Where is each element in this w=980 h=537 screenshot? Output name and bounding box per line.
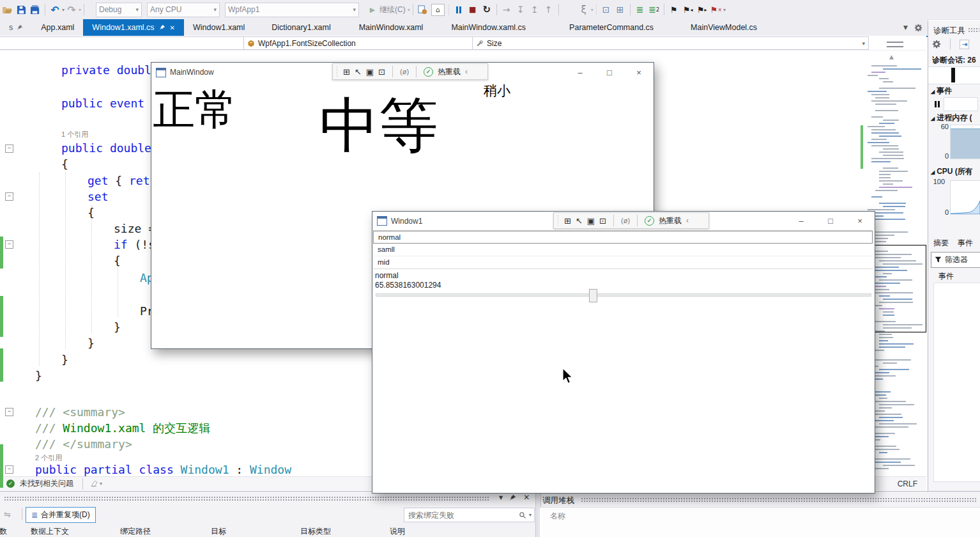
memory-max-label: 60 bbox=[933, 123, 949, 130]
gear-icon[interactable] bbox=[932, 40, 941, 49]
goto-live-visual-tree-icon[interactable]: ⊞ bbox=[343, 67, 350, 77]
chevron-down-icon[interactable]: ▾ bbox=[529, 512, 532, 518]
column-header-target[interactable]: 目标 bbox=[211, 526, 226, 537]
cpu-min-label: 0 bbox=[933, 208, 949, 216]
slider-track[interactable] bbox=[376, 293, 871, 297]
close-icon[interactable]: ✕ bbox=[523, 493, 530, 502]
merge-icon: ≣ bbox=[31, 511, 38, 520]
merge-duplicates-button[interactable]: ≣ 合并重复项(D) bbox=[26, 507, 96, 523]
panel-grip bbox=[4, 495, 489, 501]
binding-search-input[interactable] bbox=[404, 511, 519, 520]
list-item-mid[interactable]: mid bbox=[373, 256, 873, 268]
fontsize-listbox[interactable]: normal samll mid bbox=[373, 230, 873, 269]
pin-icon[interactable] bbox=[509, 494, 516, 501]
track-focused-element-icon[interactable]: ⊡ bbox=[599, 216, 606, 226]
export-icon[interactable]: ⇥ bbox=[960, 40, 969, 49]
fontsize-medium-text: 中等 bbox=[319, 96, 438, 155]
column-header-description[interactable]: 说明 bbox=[390, 526, 405, 537]
list-item-normal[interactable]: normal bbox=[373, 231, 873, 244]
column-header-datacontext[interactable]: 数据上下文 bbox=[31, 526, 69, 537]
change-tracking-bar bbox=[0, 296, 3, 337]
minimize-button[interactable]: – bbox=[565, 63, 595, 82]
column-header-count[interactable]: 计数 bbox=[0, 526, 7, 537]
display-adorners-icon[interactable]: ▣ bbox=[587, 216, 595, 226]
collapse-toolbar-icon[interactable]: ‹ bbox=[465, 67, 468, 76]
change-tracking-bar bbox=[0, 348, 3, 382]
select-element-icon[interactable]: ↖ bbox=[576, 216, 583, 226]
code-line: } bbox=[114, 320, 121, 335]
code-line: { bbox=[61, 157, 68, 172]
display-adorners-icon[interactable]: ▣ bbox=[366, 67, 374, 77]
code-line: private double bbox=[61, 63, 158, 78]
xaml-inapp-toolbar[interactable]: ⊞ ↖ ▣ ⊡ (ø) ✓ 热重载 ‹ bbox=[553, 212, 709, 229]
column-header-targettype[interactable]: 目标类型 bbox=[300, 526, 331, 537]
fontsize-small-text: 稍小 bbox=[484, 84, 510, 97]
events-section-header[interactable]: ◢事件 bbox=[931, 86, 952, 97]
goto-live-visual-tree-icon[interactable]: ⊞ bbox=[564, 216, 571, 226]
track-focused-element-icon[interactable]: ⊡ bbox=[378, 67, 385, 77]
pause-mark-icon bbox=[938, 101, 940, 107]
column-header-name[interactable]: 名称 bbox=[550, 511, 565, 522]
filter-label: 筛选器 bbox=[945, 254, 968, 265]
pause-mark-icon bbox=[935, 101, 937, 107]
list-item-samll[interactable]: samll bbox=[373, 244, 873, 256]
code-line: } bbox=[61, 352, 68, 368]
window-position-dropdown-icon[interactable]: ▼ bbox=[499, 495, 503, 501]
change-tracking-bar bbox=[0, 444, 3, 488]
events-column-header[interactable]: 事件 bbox=[938, 271, 954, 282]
hot-reload-label: 热重载 bbox=[659, 215, 682, 226]
code-line: /// <summary> bbox=[35, 405, 125, 420]
hot-reload-label: 热重载 bbox=[438, 66, 461, 77]
indent-guide bbox=[91, 205, 92, 333]
minimize-button[interactable]: – bbox=[786, 212, 816, 231]
separator bbox=[416, 66, 417, 77]
code-line: size = bbox=[114, 221, 155, 237]
close-button[interactable]: × bbox=[845, 212, 875, 231]
code-line: 1 个引用 bbox=[61, 127, 88, 142]
diagnostic-tools-panel: 诊断工具 ⇥ 诊断会话: 26 ◢事件 ◢进程内存 ( 60 0 ◢CPU (所… bbox=[928, 20, 980, 537]
maximize-button[interactable]: □ bbox=[595, 63, 624, 82]
filter-button[interactable]: 筛选器 bbox=[931, 252, 980, 268]
column-header-bindingpath[interactable]: 绑定路径 bbox=[120, 526, 151, 537]
timeline-marker bbox=[951, 68, 955, 82]
expander-icon: ◢ bbox=[931, 89, 935, 95]
fold-toggle[interactable]: − bbox=[5, 144, 13, 153]
cpu-chart bbox=[950, 180, 980, 215]
window1-app-window[interactable]: Window1 – □ × ⊞ ↖ ▣ ⊡ (ø) ✓ 热重载 ‹ normal… bbox=[372, 211, 875, 494]
binding-failures-panel: ▼ ✕ ⇋ ≣ 合并重复项(D) ▾ 计数 数据上下文 绑定路径 目标 目标类型… bbox=[0, 492, 535, 537]
fold-toggle[interactable]: − bbox=[5, 408, 13, 416]
indent-guide bbox=[39, 173, 40, 366]
memory-section-header[interactable]: ◢进程内存 ( bbox=[931, 113, 972, 123]
fold-toggle[interactable]: − bbox=[5, 192, 13, 201]
hot-reload-settings-icon[interactable]: (ø) bbox=[621, 217, 630, 224]
slider-thumb[interactable] bbox=[589, 289, 597, 302]
panel-title: 诊断工具 bbox=[933, 26, 965, 36]
fold-toggle[interactable]: − bbox=[5, 465, 13, 474]
fold-toggle[interactable]: − bbox=[5, 240, 13, 249]
tab-summary[interactable]: 摘要 bbox=[933, 238, 949, 249]
refresh-bindings-icon: ⇋ bbox=[4, 510, 11, 519]
bottom-dock: ▼ ✕ ⇋ ≣ 合并重复项(D) ▾ 计数 数据上下文 绑定路径 目标 目标类型… bbox=[0, 491, 980, 537]
separator bbox=[613, 215, 614, 226]
tab-events[interactable]: 事件 bbox=[958, 238, 973, 249]
select-element-icon[interactable]: ↖ bbox=[355, 67, 362, 77]
binding-search-box[interactable]: ▾ bbox=[404, 508, 535, 522]
code-line: /// Window1.xaml 的交互逻辑 bbox=[35, 421, 210, 436]
session-timeline[interactable] bbox=[928, 66, 980, 84]
expander-icon: ◢ bbox=[931, 116, 935, 121]
cpu-section-header[interactable]: ◢CPU (所有 bbox=[931, 166, 973, 177]
search-icon[interactable] bbox=[519, 511, 526, 519]
close-button[interactable]: × bbox=[624, 63, 654, 82]
window-title: MainWindow bbox=[170, 68, 214, 77]
panel-grip bbox=[581, 497, 977, 502]
xaml-inapp-toolbar[interactable]: ⊞ ↖ ▣ ⊡ (ø) ✓ 热重载 ‹ bbox=[332, 63, 488, 80]
hot-reload-settings-icon[interactable]: (ø) bbox=[400, 68, 409, 75]
code-line: } bbox=[35, 368, 42, 384]
code-line: if (!s bbox=[114, 237, 155, 253]
maximize-button[interactable]: □ bbox=[816, 212, 845, 231]
call-stack-panel: 调用堆栈 名称 bbox=[540, 492, 980, 537]
selected-item-label: normal bbox=[375, 271, 399, 280]
events-table-body bbox=[933, 283, 980, 482]
collapse-toolbar-icon[interactable]: ‹ bbox=[686, 216, 689, 225]
hot-reload-check-icon: ✓ bbox=[424, 67, 433, 77]
